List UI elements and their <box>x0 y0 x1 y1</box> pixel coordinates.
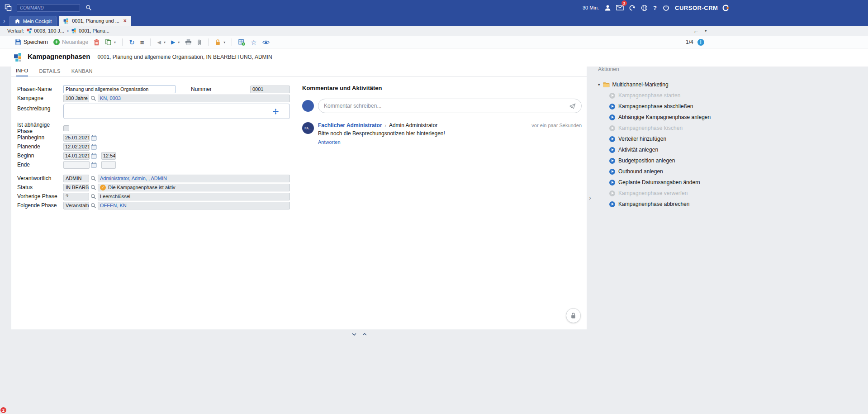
favorite-button[interactable]: ☆ <box>249 38 258 47</box>
redo-icon[interactable] <box>627 3 636 12</box>
previous-record-button[interactable]: ◀▾ <box>156 39 166 46</box>
folgende-phase-link[interactable]: OFFEN, KN <box>100 203 127 208</box>
dropdown-icon[interactable]: ▾ <box>114 40 116 44</box>
lock-button[interactable]: ▾ <box>213 38 227 47</box>
watch-button[interactable] <box>261 39 271 46</box>
verantwortlich-key-field[interactable]: ADMIN <box>63 175 89 182</box>
actions-group-multichannel[interactable]: ▾ Multichannel-Marketing <box>598 81 711 88</box>
print-button[interactable] <box>184 38 193 46</box>
refresh-button[interactable]: ↻ <box>128 38 136 47</box>
history-dropdown-icon[interactable]: ▾ <box>705 29 707 33</box>
action-kampagnenphase-loeschen[interactable]: Kampagnenphase löschen <box>609 125 711 131</box>
record-lock-button[interactable] <box>566 308 581 323</box>
verantwortlich-link[interactable]: Administrator, Admin, , ADMIN <box>100 176 167 181</box>
tab-record[interactable]: 0001, Planung und ... × <box>59 16 131 26</box>
folgende-phase-key-field[interactable]: Veranstaltu <box>63 202 89 209</box>
history-back-icon[interactable]: ← <box>693 27 699 34</box>
search-icon[interactable] <box>84 3 93 12</box>
status-key-field[interactable]: IN BEARBEI <box>63 184 89 191</box>
comment-input[interactable] <box>324 103 565 109</box>
calendar-icon[interactable] <box>91 144 97 150</box>
export-button[interactable] <box>237 38 247 47</box>
action-verteiler-hinzufuegen[interactable]: Verteiler hinzufügen <box>609 136 711 142</box>
action-budgetposition-anlegen[interactable]: Budgetposition anlegen <box>609 157 711 164</box>
lookup-search-icon[interactable] <box>90 203 96 209</box>
tab-details[interactable]: DETAILS <box>39 68 60 76</box>
play-icon <box>609 114 615 120</box>
calendar-icon[interactable] <box>91 162 97 168</box>
phase-type-icon <box>71 28 77 33</box>
phasen-name-input[interactable] <box>63 85 175 93</box>
chevron-down-icon[interactable] <box>351 332 357 337</box>
expand-tabs-chevron-icon[interactable]: › <box>3 18 5 24</box>
calendar-icon[interactable] <box>91 153 97 159</box>
mail-icon[interactable]: 2 <box>615 3 624 12</box>
breadcrumb-item-phase[interactable]: 0001, Planu... <box>71 28 109 33</box>
action-outbound-anlegen[interactable]: Outbound anlegen <box>609 168 711 175</box>
info-icon[interactable] <box>697 39 704 46</box>
delete-button[interactable] <box>92 38 101 47</box>
calendar-icon[interactable] <box>91 135 97 141</box>
lookup-search-icon[interactable] <box>90 185 96 190</box>
action-kampagnenphase-abschliessen[interactable]: Kampagnenphase abschließen <box>609 103 711 109</box>
beginn-time-field[interactable]: 12:54 <box>101 152 116 160</box>
reply-link[interactable]: Antworten <box>318 139 341 145</box>
command-input[interactable] <box>17 4 80 12</box>
collapse-actions-chevron-icon[interactable]: › <box>589 194 591 201</box>
lookup-search-icon[interactable] <box>90 194 96 200</box>
tab-kanban[interactable]: KANBAN <box>71 68 93 76</box>
breadcrumb-item-kampagne[interactable]: 0003, 100 J... <box>27 28 64 33</box>
help-icon[interactable]: ? <box>652 5 658 11</box>
close-tab-icon[interactable]: × <box>123 18 127 24</box>
dropdown-icon[interactable]: ▾ <box>164 40 166 44</box>
field-zone: IN BEARBEI Die Kampagnenphase ist aktiv <box>63 184 290 191</box>
new-record-button[interactable]: Neuanlage <box>52 38 90 46</box>
action-kampagnenphase-verwerfen[interactable]: Kampagnenphase verwerfen <box>609 190 711 196</box>
dropdown-icon[interactable]: ▾ <box>223 40 225 44</box>
action-kampagnenphase-abbrechen[interactable]: Kampagnenphase abbrechen <box>609 201 711 207</box>
lookup-search-icon[interactable] <box>90 176 96 181</box>
copy-button[interactable]: ▾ <box>104 38 117 46</box>
planbeginn-field[interactable]: 25.01.2021 <box>63 134 90 142</box>
ende-time-field[interactable] <box>101 161 116 169</box>
beschreibung-textarea[interactable] <box>63 104 290 119</box>
action-geplante-datumsangaben-aendern[interactable]: Geplante Datumsangaben ändern <box>609 179 711 186</box>
dropdown-icon[interactable]: ▾ <box>178 40 180 44</box>
logout-power-icon[interactable] <box>661 3 670 12</box>
field-label: Status <box>17 184 63 190</box>
play-icon <box>609 136 615 142</box>
planende-field[interactable]: 12.02.2021 <box>63 143 90 151</box>
user-icon[interactable] <box>603 3 612 12</box>
globe-icon[interactable] <box>640 3 649 12</box>
move-crosshair-icon[interactable] <box>273 109 279 114</box>
abhaengige-phase-checkbox[interactable] <box>63 125 69 131</box>
chevron-up-icon[interactable] <box>361 332 368 337</box>
send-icon[interactable] <box>569 103 576 109</box>
kampagne-desc-field: KN, 0003 <box>98 95 290 102</box>
actions-title: Aktionen <box>598 66 711 72</box>
lookup-search-icon[interactable] <box>90 95 96 101</box>
kampagne-link[interactable]: KN, 0003 <box>100 95 121 101</box>
beginn-field[interactable]: 14.01.2021 <box>63 152 90 160</box>
next-record-button[interactable]: ▶▾ <box>170 38 181 46</box>
refresh-icon: ↻ <box>129 39 135 46</box>
play-icon <box>609 93 615 99</box>
tab-mein-cockpit[interactable]: Mein Cockpit <box>9 16 57 26</box>
comment-input-pill[interactable] <box>318 99 582 113</box>
action-kampagnenphase-starten[interactable]: Kampagnenphase starten <box>609 92 711 99</box>
comment-author-avatar: FA... <box>302 122 314 134</box>
comment-author-link[interactable]: Fachlicher Administrator <box>318 122 382 128</box>
action-aktivitaet-anlegen[interactable]: Aktivität anlegen <box>609 147 711 153</box>
save-button[interactable]: Speichern <box>14 38 49 46</box>
action-abhaengige-kampagnenphase-anlegen[interactable]: Abhängige Kampagnenphase anlegen <box>609 114 711 120</box>
menu-button[interactable]: ≡ <box>139 38 146 47</box>
notification-badge[interactable]: 2 <box>0 407 6 413</box>
kampagne-key-field[interactable]: 100 Jahre - <box>63 95 89 102</box>
tree-expand-icon[interactable]: ▾ <box>598 82 600 87</box>
vorherige-phase-key-field[interactable]: ? <box>63 193 89 200</box>
attachment-button[interactable] <box>196 38 203 47</box>
tab-info[interactable]: INFO <box>16 68 28 76</box>
ende-field[interactable] <box>63 161 90 169</box>
app-windows-icon[interactable] <box>4 3 13 12</box>
chevron-right-icon: › <box>385 123 386 128</box>
